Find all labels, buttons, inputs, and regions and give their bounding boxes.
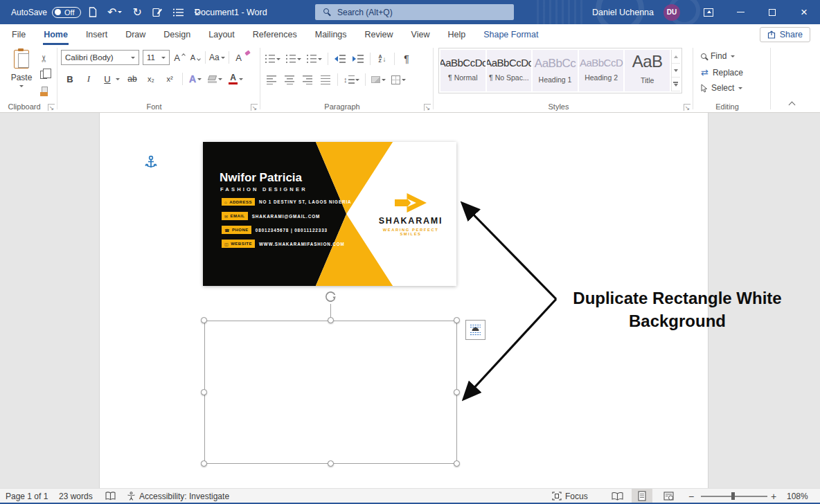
line-spacing-button[interactable]: ↕ [344,72,359,87]
styles-scroll-up-button[interactable] [672,50,680,64]
tab-shape-format[interactable]: Shape Format [474,24,547,45]
resize-handle-middle-left[interactable] [201,389,207,395]
tab-home[interactable]: Home [35,24,77,45]
style-title[interactable]: AaB Title [625,50,670,91]
tab-help[interactable]: Help [438,24,474,45]
ribbon-display-options-button[interactable] [693,0,724,24]
resize-handle-bottom-right[interactable] [454,460,460,467]
tab-layout[interactable]: Layout [199,24,244,45]
resize-handle-bottom-left[interactable] [201,460,207,467]
numbering-button[interactable] [286,51,301,66]
editor-button[interactable] [152,7,163,17]
close-button[interactable]: × [788,0,820,24]
style-normal[interactable]: AaBbCcDc ¶ Normal [440,50,485,91]
accessibility-status-button[interactable]: Accessibility: Investigate [127,489,229,503]
print-layout-button[interactable] [632,489,652,503]
decrease-indent-button[interactable] [334,51,346,66]
show-formatting-button[interactable]: ¶ [400,51,413,66]
read-mode-button[interactable] [607,489,627,503]
search-box[interactable] [315,4,514,20]
select-button[interactable]: Select [701,83,742,93]
font-name-combo[interactable]: Calibri (Body) [61,50,139,65]
copy-button[interactable] [36,66,48,81]
search-input[interactable] [337,8,490,17]
shading-button[interactable] [371,72,386,87]
web-layout-button[interactable] [658,489,679,503]
subscript-button[interactable]: x₂ [145,71,157,87]
tab-mailings[interactable]: Mailings [306,24,356,45]
style-heading-1[interactable]: AaBbCc Heading 1 [533,50,578,91]
zoom-level-button[interactable]: 108% [787,489,808,503]
tab-insert[interactable]: Insert [77,24,116,45]
increase-indent-button[interactable] [352,51,364,66]
user-name[interactable]: Daniel Uchenna [592,8,654,17]
styles-scroll-down-button[interactable] [672,64,680,78]
undo-button[interactable]: ↶ [107,6,122,19]
zoom-in-button[interactable]: + [771,489,776,503]
maximize-button[interactable] [756,0,788,24]
borders-button[interactable] [391,72,406,87]
zoom-out-button[interactable]: − [688,489,694,503]
tab-design[interactable]: Design [154,24,199,45]
clipboard-dialog-launcher[interactable]: ↘ [48,104,55,111]
new-document-button[interactable] [89,7,97,17]
page-indicator[interactable]: Page 1 of 1 [6,489,48,503]
collapse-ribbon-button[interactable] [790,101,795,107]
autosave-toggle[interactable]: Off [52,7,80,18]
bullets-button[interactable] [265,51,280,66]
styles-dialog-launcher[interactable]: ↘ [684,104,690,111]
business-card-image[interactable]: Nwifor Patricia FASHION DESIGNER ⌂ADDRES… [203,142,456,286]
underline-button[interactable]: U [101,71,114,87]
proofing-status-button[interactable] [105,489,116,503]
strikethrough-button[interactable]: ab [126,71,139,87]
italic-button[interactable]: I [82,71,95,87]
cut-button[interactable]: ✂ [37,51,50,66]
resize-handle-middle-right[interactable] [454,389,460,395]
paste-button[interactable]: Paste [6,48,37,101]
text-effects-button[interactable]: A [189,71,202,87]
minimize-button[interactable] [724,0,756,24]
layout-options-button[interactable] [465,320,485,340]
resize-handle-bottom-center[interactable] [328,460,334,467]
rotation-handle[interactable] [324,290,337,303]
tab-view[interactable]: View [402,24,439,45]
focus-mode-button[interactable]: Focus [552,489,588,503]
highlight-button[interactable] [208,71,222,87]
sort-button[interactable]: AZ↓ [376,51,389,66]
style-heading-2[interactable]: AaBbCcD Heading 2 [579,50,624,91]
bullet-list-button[interactable] [173,8,184,17]
zoom-slider-thumb[interactable] [731,492,735,500]
tab-review[interactable]: Review [356,24,402,45]
user-avatar[interactable]: DU [663,4,680,21]
find-button[interactable]: Find [701,51,735,61]
style-no-spacing[interactable]: AaBbCcDc ¶ No Spac... [487,50,532,91]
bold-button[interactable]: B [64,71,76,87]
styles-gallery-more-button[interactable] [672,78,680,91]
format-painter-button[interactable] [37,84,50,99]
align-right-button[interactable] [301,72,314,87]
tab-references[interactable]: References [244,24,306,45]
clear-formatting-button[interactable]: A [233,50,245,65]
word-count[interactable]: 23 words [59,489,93,503]
tab-file[interactable]: File [3,24,35,45]
shrink-font-button[interactable]: A [189,50,202,65]
resize-handle-top-left[interactable] [201,317,207,323]
align-center-button[interactable] [283,72,296,87]
tab-draw[interactable]: Draw [116,24,154,45]
share-button[interactable]: Share [760,27,810,42]
font-dialog-launcher[interactable]: ↘ [251,104,258,111]
font-size-combo[interactable]: 11 [143,50,170,65]
justify-button[interactable] [319,72,332,87]
resize-handle-top-right[interactable] [454,317,460,323]
font-color-button[interactable]: A [229,71,243,87]
change-case-button[interactable]: Aa [209,50,225,65]
align-left-button[interactable] [265,72,278,87]
paragraph-dialog-launcher[interactable]: ↘ [424,104,431,111]
superscript-button[interactable]: x² [163,71,176,87]
multilevel-list-button[interactable] [307,51,322,66]
selected-rectangle-shape[interactable] [204,321,457,464]
replace-button[interactable]: ⇄ Replace [701,67,743,78]
redo-button[interactable]: ↻ [132,6,141,19]
resize-handle-top-center[interactable] [328,317,334,323]
grow-font-button[interactable]: A [173,50,186,65]
